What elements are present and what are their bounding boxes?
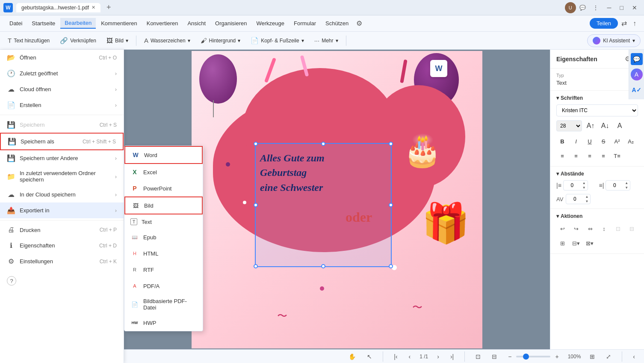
first-page-button[interactable]: |‹ bbox=[392, 352, 399, 361]
zoom-out-button[interactable]: − bbox=[506, 352, 514, 361]
menu-bearbeiten[interactable]: Bearbeiten bbox=[60, 18, 96, 29]
export-powerpoint[interactable]: P PowerPoint bbox=[124, 180, 203, 196]
strikethrough-button[interactable]: S bbox=[597, 135, 609, 147]
full-screen-button[interactable]: ⤢ bbox=[604, 352, 613, 361]
export-pdfa[interactable]: A PDF/A bbox=[124, 278, 203, 294]
export-epub[interactable]: 📖 Epub bbox=[124, 229, 203, 245]
text-add-button[interactable]: T Text hinzufügen bbox=[3, 35, 54, 46]
menu-item-einstellungen[interactable]: ⚙ Einstellungen Ctrl + K bbox=[0, 253, 124, 269]
add-tab-button[interactable]: + bbox=[104, 3, 114, 12]
underline-button[interactable]: U bbox=[584, 135, 596, 147]
link-button[interactable]: 🔗 Verknüpfen bbox=[56, 35, 100, 47]
selection-tool-button[interactable]: ↖ bbox=[365, 352, 374, 361]
menu-item-eigenschaften[interactable]: ℹ Eigenschaften Ctrl + D bbox=[0, 238, 124, 253]
tab-close-icon[interactable]: ✕ bbox=[92, 5, 95, 10]
export-excel[interactable]: X Excel bbox=[124, 164, 203, 180]
char-spacing-input[interactable]: 0 ▲ ▼ bbox=[566, 194, 591, 204]
menu-werkzeuge[interactable]: Werkzeuge bbox=[252, 18, 289, 28]
menu-item-speichern-andere[interactable]: 💾 Speichern unter Andere › bbox=[0, 150, 124, 166]
upload-icon[interactable]: ↑ bbox=[630, 18, 639, 29]
menu-item-zuletzt[interactable]: 🕐 Zuletzt geöffnet › bbox=[0, 65, 124, 81]
fit-screen-button[interactable]: ⊞ bbox=[588, 352, 597, 361]
ai-strip-button[interactable]: A bbox=[631, 68, 643, 80]
ai-assistant-button[interactable]: KI Assistent ▾ bbox=[587, 34, 641, 47]
menu-formular[interactable]: Formular bbox=[290, 18, 320, 28]
menu-datei[interactable]: Datei bbox=[5, 18, 27, 28]
export-text[interactable]: T Text bbox=[124, 214, 203, 229]
left-up-arrow[interactable]: ▲ bbox=[581, 181, 588, 185]
left-spacing-input[interactable]: 0 ▲ ▼ bbox=[563, 180, 588, 190]
menu-ansicht[interactable]: Ansicht bbox=[183, 18, 210, 28]
spacing-down-arrow[interactable]: ▼ bbox=[583, 199, 590, 204]
align-left-button[interactable]: ≡ bbox=[556, 150, 568, 162]
export-bildbasierte[interactable]: 📄 Bildbasierte PDF-Datei bbox=[124, 294, 203, 315]
menu-item-in-zuletzt[interactable]: 📁 In zuletzt verwendetem Ordner speicher… bbox=[0, 166, 124, 187]
abstande-title[interactable]: ▾ Abstände bbox=[556, 171, 638, 177]
superscript-button[interactable]: A² bbox=[611, 135, 623, 147]
zoom-slider[interactable] bbox=[516, 356, 550, 357]
decrease-font-button[interactable]: A↓ bbox=[599, 120, 611, 132]
spell-strip-button[interactable]: A✓ bbox=[631, 84, 643, 96]
chat-icon[interactable]: 💬 bbox=[578, 5, 588, 11]
frame-action[interactable]: ⊞ bbox=[556, 237, 568, 249]
increase-font-button[interactable]: A↑ bbox=[585, 120, 597, 132]
font-color-button[interactable]: A bbox=[614, 120, 626, 132]
font-select[interactable]: Kristen ITC bbox=[556, 104, 638, 116]
header-footer-button[interactable]: 📄 Kopf- & Fußzeile ▾ bbox=[246, 35, 308, 47]
align-right-button[interactable]: ≡ bbox=[584, 150, 596, 162]
menu-organisieren[interactable]: Organisieren bbox=[211, 18, 251, 28]
crop-action[interactable]: ⊡ bbox=[612, 223, 624, 235]
maximize-button[interactable]: □ bbox=[617, 3, 627, 12]
fit-width-button[interactable]: ⊟ bbox=[490, 352, 499, 361]
hand-tool-button[interactable]: ✋ bbox=[346, 352, 358, 361]
italic-button[interactable]: I bbox=[570, 135, 582, 147]
align-center-button[interactable]: ≡ bbox=[570, 150, 582, 162]
menu-item-erstellen[interactable]: 📄 Erstellen › bbox=[0, 97, 124, 113]
image-button[interactable]: 🖼 Bild ▾ bbox=[102, 35, 133, 46]
bold-button[interactable]: B bbox=[556, 135, 568, 147]
export-bild[interactable]: 🖼 Bild bbox=[124, 196, 203, 214]
share2-icon[interactable]: ⇄ bbox=[619, 18, 629, 29]
right-up-arrow[interactable]: ▲ bbox=[623, 181, 630, 185]
export-word[interactable]: W Word bbox=[124, 146, 203, 164]
redo-action[interactable]: ↪ bbox=[570, 223, 582, 235]
more-button[interactable]: ··· Mehr ▾ bbox=[310, 35, 343, 46]
menu-kommentieren[interactable]: Kommentieren bbox=[97, 18, 142, 28]
menu-item-cloud-offnen[interactable]: ☁ Cloud öffnen › bbox=[0, 81, 124, 97]
text-style-button[interactable]: T≡ bbox=[611, 150, 623, 162]
align-action[interactable]: ⊟▾ bbox=[570, 237, 582, 249]
chat-strip-button[interactable]: 💬 bbox=[631, 53, 643, 65]
prev-page2-button[interactable]: ‹ bbox=[407, 352, 413, 361]
close-button[interactable]: ✕ bbox=[629, 3, 641, 12]
undo-action[interactable]: ↩ bbox=[556, 223, 568, 235]
distribute-action[interactable]: ⊠▾ bbox=[584, 237, 596, 249]
watermark-button[interactable]: A Wasserzeichen ▾ bbox=[140, 35, 195, 46]
share-button[interactable]: Teilen bbox=[590, 18, 618, 29]
nav-left-button[interactable]: ‹ bbox=[631, 352, 637, 361]
more-options-button[interactable]: ⋮ bbox=[589, 3, 602, 12]
export-html[interactable]: H HTML bbox=[124, 245, 203, 262]
menu-item-offnen[interactable]: 📂 Öffnen Ctrl + O bbox=[0, 50, 124, 65]
font-size-select[interactable]: 28 bbox=[556, 120, 582, 131]
next-page2-button[interactable]: › bbox=[435, 352, 441, 361]
align-justify-button[interactable]: ≡ bbox=[597, 150, 609, 162]
zoom-in-button[interactable]: + bbox=[553, 352, 561, 361]
active-tab[interactable]: geburtstagska...hwester-1.pdf ✕ bbox=[16, 3, 100, 12]
flip-v-action[interactable]: ↕ bbox=[598, 223, 610, 235]
menu-item-speichern[interactable]: 💾 Speichern Ctrl + S bbox=[0, 117, 124, 133]
mask-action[interactable]: ⊟ bbox=[626, 223, 638, 235]
minimize-button[interactable]: ─ bbox=[604, 3, 615, 12]
menu-schutzen[interactable]: Schützen bbox=[321, 18, 353, 28]
menu-item-speichern-als[interactable]: 💾 Speichern als Ctrl + Shift + S bbox=[0, 133, 124, 150]
right-spacing-input[interactable]: 0 ▲ ▼ bbox=[606, 180, 630, 190]
menu-item-in-cloud[interactable]: ☁ In der Cloud speichern › bbox=[0, 187, 124, 202]
flip-h-action[interactable]: ⇔ bbox=[584, 223, 596, 235]
last-page-button[interactable]: ›| bbox=[448, 352, 456, 361]
fit-page-button[interactable]: ⊡ bbox=[473, 352, 483, 361]
text-selection-box[interactable]: Alles Gute zumGeburtstageine Schwester bbox=[255, 143, 392, 267]
menu-startseite[interactable]: Startseite bbox=[27, 18, 59, 28]
help-item[interactable]: ? bbox=[0, 269, 124, 292]
plugin-icon[interactable]: ⚙ bbox=[354, 18, 365, 29]
right-down-arrow[interactable]: ▼ bbox=[623, 185, 630, 190]
left-down-arrow[interactable]: ▼ bbox=[581, 185, 588, 190]
